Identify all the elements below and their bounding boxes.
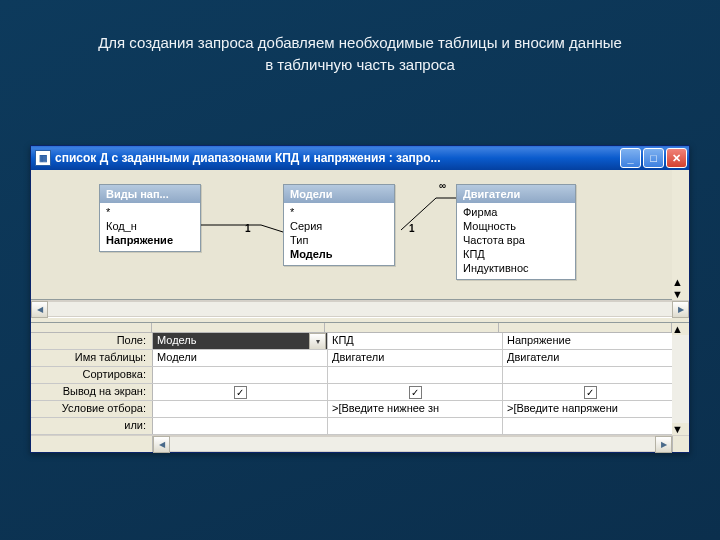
checkbox-checked-icon[interactable]: ✓ xyxy=(234,386,247,399)
minimize-button[interactable]: _ xyxy=(620,148,641,168)
table-cell[interactable]: Двигатели xyxy=(328,350,503,366)
relation-one-label: 1 xyxy=(409,223,415,234)
show-checkbox-cell[interactable]: ✓ xyxy=(328,384,503,400)
scroll-left-icon[interactable]: ◀ xyxy=(153,436,170,453)
field-cell[interactable]: КПД xyxy=(328,333,503,349)
show-checkbox-cell[interactable]: ✓ xyxy=(503,384,678,400)
relation-infinity-label: ∞ xyxy=(439,180,446,191)
sort-cell[interactable] xyxy=(503,367,678,383)
scroll-left-icon[interactable]: ◀ xyxy=(31,301,48,318)
relation-one-label: 1 xyxy=(245,223,251,234)
or-cell[interactable] xyxy=(153,418,328,434)
query-designer-window: ▦ список Д с заданными диапазонами КПД и… xyxy=(30,145,690,453)
query-icon: ▦ xyxy=(35,150,51,166)
scroll-right-icon[interactable]: ▶ xyxy=(672,301,689,318)
table-box-dvigateli[interactable]: Двигатели Фирма Мощность Частота вра КПД… xyxy=(456,184,576,280)
checkbox-checked-icon[interactable]: ✓ xyxy=(409,386,422,399)
grid-horizontal-scrollbar[interactable]: ◀ ▶ xyxy=(31,435,689,452)
scroll-up-icon[interactable]: ▲ xyxy=(672,323,689,335)
or-cell[interactable] xyxy=(328,418,503,434)
relationship-diagram[interactable]: 1 1 ∞ Виды нап... * Код_н Напряжение Мод… xyxy=(31,170,689,300)
slide-caption: Для создания запроса добавляем необходим… xyxy=(0,0,720,76)
table-cell[interactable]: Модели xyxy=(153,350,328,366)
criteria-cell[interactable]: >[Введите нижнее зн xyxy=(328,401,503,417)
table-title: Виды нап... xyxy=(100,185,200,203)
query-design-grid[interactable]: Поле: Модель КПД Напряжение Имя таблицы:… xyxy=(31,323,672,435)
show-checkbox-cell[interactable]: ✓ xyxy=(153,384,328,400)
table-fields: * Код_н Напряжение xyxy=(100,203,200,251)
sort-cell[interactable] xyxy=(153,367,328,383)
scroll-down-icon[interactable]: ▼ xyxy=(672,288,689,300)
caption-line-2: в табличную часть запроса xyxy=(265,56,455,73)
table-box-modeli[interactable]: Модели * Серия Тип Модель xyxy=(283,184,395,266)
maximize-button[interactable]: □ xyxy=(643,148,664,168)
table-fields: Фирма Мощность Частота вра КПД Индуктивн… xyxy=(457,203,575,279)
table-title: Двигатели xyxy=(457,185,575,203)
table-box-vidy-nap[interactable]: Виды нап... * Код_н Напряжение xyxy=(99,184,201,252)
row-label-or: или: xyxy=(31,418,153,434)
table-cell[interactable]: Двигатели xyxy=(503,350,678,366)
row-label-criteria: Условие отбора: xyxy=(31,401,153,417)
grid-vertical-scrollbar[interactable]: ▲ ▼ xyxy=(672,323,689,435)
criteria-cell[interactable]: >[Введите напряжени xyxy=(503,401,678,417)
criteria-cell[interactable] xyxy=(153,401,328,417)
row-label-field: Поле: xyxy=(31,333,153,349)
table-title: Модели xyxy=(284,185,394,203)
row-label-sort: Сортировка: xyxy=(31,367,153,383)
titlebar[interactable]: ▦ список Д с заданными диапазонами КПД и… xyxy=(31,146,689,170)
window-title: список Д с заданными диапазонами КПД и н… xyxy=(55,151,620,165)
close-button[interactable]: ✕ xyxy=(666,148,687,168)
diagram-horizontal-scrollbar[interactable]: ◀ ▶ xyxy=(31,300,689,317)
scroll-up-icon[interactable]: ▲ xyxy=(672,276,689,288)
caption-line-1: Для создания запроса добавляем необходим… xyxy=(98,34,622,51)
or-cell[interactable] xyxy=(503,418,678,434)
scroll-down-icon[interactable]: ▼ xyxy=(672,423,689,435)
field-cell[interactable]: Напряжение xyxy=(503,333,678,349)
row-label-show: Вывод на экран: xyxy=(31,384,153,400)
table-fields: * Серия Тип Модель xyxy=(284,203,394,265)
diagram-vertical-scrollbar[interactable]: ▲ ▼ xyxy=(672,170,689,300)
row-label-table: Имя таблицы: xyxy=(31,350,153,366)
field-cell[interactable]: Модель xyxy=(153,333,328,349)
sort-cell[interactable] xyxy=(328,367,503,383)
scroll-right-icon[interactable]: ▶ xyxy=(655,436,672,453)
checkbox-checked-icon[interactable]: ✓ xyxy=(584,386,597,399)
